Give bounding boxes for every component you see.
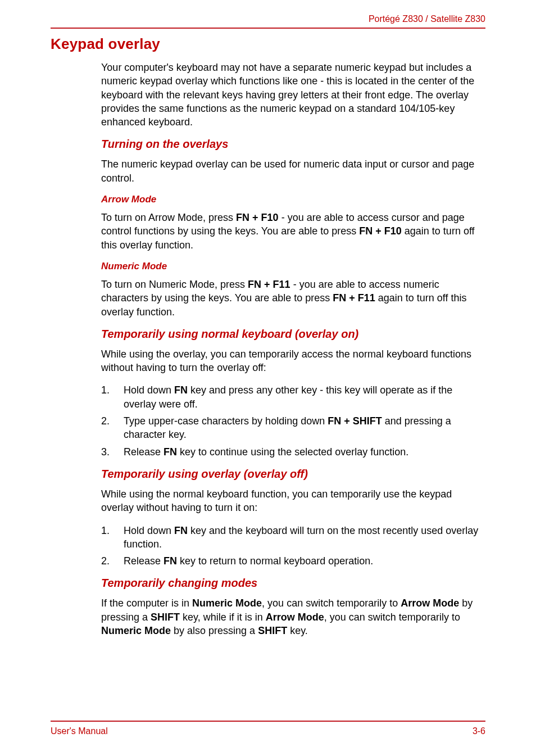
key-fn: FN [174, 384, 188, 396]
list-text: Hold down FN key and the keyboard will t… [124, 524, 485, 551]
mode-arrow: Arrow Mode [266, 612, 324, 623]
heading-turning-on-overlays: Turning on the overlays [101, 138, 485, 151]
text: If the computer is in [101, 597, 192, 609]
list-number: 2. [101, 414, 124, 442]
text: key to return to normal keyboard operati… [177, 555, 373, 567]
list-item: 3. Release FN key to continue using the … [101, 445, 485, 459]
mode-numeric: Numeric Mode [192, 597, 262, 609]
heading-temp-overlay-off: Temporarily using overlay (overlay off) [101, 468, 485, 481]
text: Release [124, 555, 163, 567]
key-fn: FN [163, 555, 177, 567]
key-fn-shift: FN + SHIFT [328, 415, 382, 427]
list-number: 2. [101, 554, 124, 568]
header-rule [51, 28, 485, 29]
key-fn: FN [174, 525, 188, 536]
para-arrow-mode: To turn on Arrow Mode, press FN + F10 - … [101, 211, 485, 252]
page-footer: User's Manual 3-6 [51, 721, 485, 736]
key-fn-f11: FN + F11 [248, 279, 290, 290]
text: Release [124, 446, 163, 458]
text: by also pressing a [171, 625, 258, 636]
list-text: Hold down FN key and press any other key… [124, 383, 485, 411]
para-temp-changing-modes: If the computer is in Numeric Mode, you … [101, 596, 485, 637]
list-number: 1. [101, 524, 124, 551]
text: key to continue using the selected overl… [177, 446, 408, 458]
para-temp-overlay-off-intro: While using the normal keyboard function… [101, 487, 485, 515]
heading-temp-normal-keyboard: Temporarily using normal keyboard (overl… [101, 328, 485, 341]
list-text: Type upper-case characters by holding do… [124, 414, 485, 442]
heading-keypad-overlay: Keypad overlay [51, 35, 485, 53]
key-fn: FN [163, 446, 177, 458]
list-item: 2. Release FN key to return to normal ke… [101, 554, 485, 568]
text: Hold down [124, 525, 174, 536]
footer-page-number: 3-6 [473, 726, 485, 736]
list-temp-normal: 1. Hold down FN key and press any other … [101, 383, 485, 458]
heading-numeric-mode: Numeric Mode [101, 261, 485, 272]
text: To turn on Arrow Mode, press [101, 212, 236, 223]
footer-rule [51, 721, 485, 722]
list-text: Release FN key to return to normal keybo… [124, 554, 485, 568]
content-block: Your computer's keyboard may not have a … [101, 61, 485, 637]
list-temp-overlay-off: 1. Hold down FN key and the keyboard wil… [101, 524, 485, 568]
text: Type upper-case characters by holding do… [124, 415, 328, 427]
mode-arrow: Arrow Mode [401, 597, 459, 609]
text: key, while if it is in [180, 612, 266, 623]
para-temp-normal-intro: While using the overlay, you can tempora… [101, 347, 485, 375]
list-item: 2. Type upper-case characters by holding… [101, 414, 485, 442]
mode-numeric: Numeric Mode [101, 625, 171, 636]
para-numeric-mode: To turn on Numeric Mode, press FN + F11 … [101, 278, 485, 319]
text: Hold down [124, 384, 174, 396]
header-product-line: Portégé Z830 / Satellite Z830 [51, 14, 485, 28]
key-fn-f10: FN + F10 [359, 225, 402, 237]
intro-paragraph: Your computer's keyboard may not have a … [101, 61, 485, 129]
key-fn-f10: FN + F10 [236, 212, 279, 223]
heading-temp-changing-modes: Temporarily changing modes [101, 577, 485, 590]
text: , you can switch temporarily to [262, 597, 401, 609]
key-shift: SHIFT [258, 625, 287, 636]
list-number: 1. [101, 383, 124, 411]
text: To turn on Numeric Mode, press [101, 279, 248, 290]
list-item: 1. Hold down FN key and the keyboard wil… [101, 524, 485, 551]
list-item: 1. Hold down FN key and press any other … [101, 383, 485, 411]
list-number: 3. [101, 445, 124, 459]
text: , you can switch temporarily to [324, 612, 460, 623]
key-shift: SHIFT [151, 612, 180, 623]
key-fn-f11: FN + F11 [333, 292, 375, 304]
text: key. [287, 625, 308, 636]
heading-arrow-mode: Arrow Mode [101, 194, 485, 205]
list-text: Release FN key to continue using the sel… [124, 445, 485, 459]
footer-left: User's Manual [51, 726, 108, 736]
para-overlays-intro: The numeric keypad overlay can be used f… [101, 157, 485, 185]
